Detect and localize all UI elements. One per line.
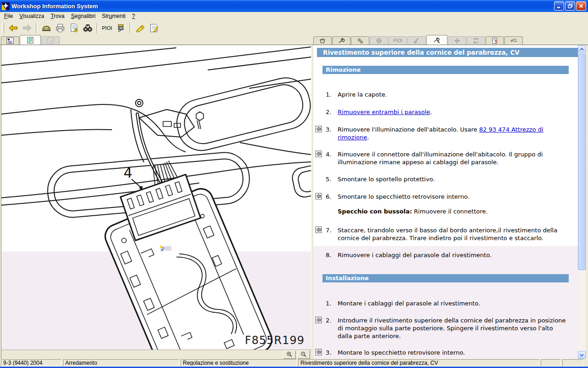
step-text: Smontare lo sportello protettivo.	[338, 175, 578, 183]
tab-pioi-label: PIOI	[392, 38, 403, 43]
menu-help[interactable]: ?	[129, 12, 138, 20]
back-arrow-button[interactable]	[7, 22, 20, 34]
toolbar-separator	[130, 23, 131, 33]
tab-tree-view[interactable]	[1, 36, 19, 45]
procedure-step: 8.Rimuovere i cablaggi del parasole dal …	[313, 251, 578, 259]
tab-thermometer	[407, 36, 426, 45]
tab-image-view	[41, 36, 60, 45]
edit-note-icon	[149, 23, 159, 33]
procedure-step: 6.Smontare lo specchietto retrovisore in…	[313, 193, 578, 201]
scrollbar-thumb[interactable]	[578, 54, 586, 270]
tab-bucket[interactable]	[313, 36, 332, 45]
procedure-step: 3.Rimuovere l'illuminazione dell'abitaco…	[313, 126, 578, 141]
search-binoculars-button[interactable]	[81, 22, 94, 34]
step-text: Montare i cablaggi del parasole al rives…	[338, 299, 578, 307]
main-toolbar: PIOI	[0, 20, 588, 35]
procedure-step: 1.Aprire la capote.	[313, 91, 578, 98]
step-text: Rimuovere il connettore dall'illuminazio…	[338, 150, 578, 166]
vehicle-button[interactable]	[40, 22, 53, 34]
bucket-icon	[319, 37, 326, 44]
edit-note-button[interactable]	[147, 22, 160, 34]
scanner-button[interactable]	[114, 22, 127, 34]
tab-document-view[interactable]	[20, 35, 41, 45]
document-title-bar: Rivestimento superiore della cornice del…	[317, 48, 578, 57]
thermometer-icon	[413, 37, 420, 44]
print-button[interactable]	[54, 22, 67, 34]
image-view-icon	[47, 37, 54, 44]
jump-to-figure-icon[interactable]	[315, 150, 322, 157]
step-text-bold: Specchio con bussola:	[338, 208, 412, 215]
vertical-scrollbar[interactable]	[578, 45, 586, 359]
export-document-button[interactable]	[68, 22, 80, 34]
pioi-button-label: PIOI	[101, 25, 113, 31]
menu-trova[interactable]: Trova	[47, 12, 68, 20]
zoom-in-button[interactable]	[283, 351, 296, 359]
forward-arrow-button	[21, 22, 34, 34]
procedure-step: 7.Staccare, tirandolo verso il basso dal…	[313, 226, 578, 242]
scanner-icon	[116, 23, 126, 33]
status-subsection: Regolazione e sostituzione	[181, 359, 297, 366]
menu-file[interactable]: File	[1, 12, 16, 20]
highlighter-icon	[135, 23, 145, 33]
jump-to-figure-icon[interactable]	[315, 193, 322, 200]
gears-icon	[356, 37, 364, 44]
menu-visualizza[interactable]: Visualizza	[16, 12, 47, 20]
procedure-step: 1.Montare i cablaggi del parasole al riv…	[313, 299, 578, 307]
document-view-icon	[27, 37, 34, 44]
globe-icon	[375, 37, 383, 44]
section-header-rimozione: Rimozione	[322, 66, 569, 74]
print-icon	[55, 23, 65, 33]
procedure-step: 2.Rimuovere entrambi i parasole.	[313, 108, 578, 116]
tab-pioi: PIOI	[389, 36, 407, 45]
toolbar-separator	[36, 23, 38, 33]
jump-to-figure-icon[interactable]	[315, 316, 322, 323]
step-number: 8.	[326, 251, 338, 259]
jump-to-figure-icon[interactable]	[315, 126, 322, 132]
back-arrow-icon	[8, 23, 18, 33]
menu-strumenti[interactable]: Strumenti	[99, 12, 129, 20]
tab-tools[interactable]	[426, 35, 447, 45]
zoom-out-button[interactable]	[297, 351, 310, 359]
tab-strip: PIOI	[0, 35, 588, 45]
tab-wrench[interactable]	[332, 36, 351, 45]
section-header-installazione: Installazione	[322, 274, 569, 282]
step-text: Montare lo specchietto retrovisore inter…	[338, 349, 578, 356]
restore-button[interactable]	[565, 1, 575, 11]
step-number: 7.	[326, 226, 338, 242]
menu-bar: FileVisualizzaTrovaSegnalibriStrumenti?	[0, 12, 588, 20]
export-document-icon	[69, 23, 79, 33]
tab-globe	[370, 36, 388, 45]
toolbar-separator	[96, 23, 98, 33]
category-tabs: PIOI	[313, 35, 523, 45]
figure-code-label: F855R199	[245, 334, 305, 347]
jump-to-figure-icon[interactable]	[315, 349, 322, 356]
tab-body-part[interactable]	[504, 36, 523, 45]
pioi-button-button[interactable]: PIOI	[101, 22, 113, 34]
app-logo-icon	[2, 2, 10, 10]
status-section: Arredamento	[63, 359, 179, 366]
step-number: 2.	[326, 316, 338, 340]
close-button[interactable]	[576, 1, 586, 11]
step-number: 1.	[326, 91, 338, 98]
tab-document-alert[interactable]	[486, 36, 504, 45]
tools-icon	[433, 37, 441, 44]
view-tabs	[1, 35, 60, 45]
step-number: 2.	[326, 108, 338, 116]
status-bar: 9-3 (9440) 2004ArredamentoRegolazione e …	[0, 359, 588, 367]
body-part-icon	[510, 37, 517, 44]
step-number: 3.	[326, 349, 338, 356]
step-text: Smontare lo specchietto retrovisore inte…	[338, 193, 578, 201]
technical-illustration: 4 F855R199	[1, 45, 311, 350]
procedure-link[interactable]: Rimuovere entrambi i parasole	[338, 109, 430, 115]
tab-gears[interactable]	[351, 36, 369, 45]
menu-segnalibri[interactable]: Segnalibri	[68, 12, 98, 20]
scroll-up-button[interactable]	[578, 45, 586, 53]
scroll-down-button[interactable]	[578, 351, 586, 359]
forward-arrow-icon	[22, 23, 32, 33]
jump-to-figure-icon[interactable]	[315, 226, 322, 233]
minimize-button[interactable]	[554, 1, 564, 11]
step-number: 5.	[326, 175, 338, 183]
title-bar: Workshop Information System	[0, 0, 588, 12]
highlighter-button[interactable]	[134, 22, 147, 34]
document-alert-icon	[491, 37, 498, 44]
